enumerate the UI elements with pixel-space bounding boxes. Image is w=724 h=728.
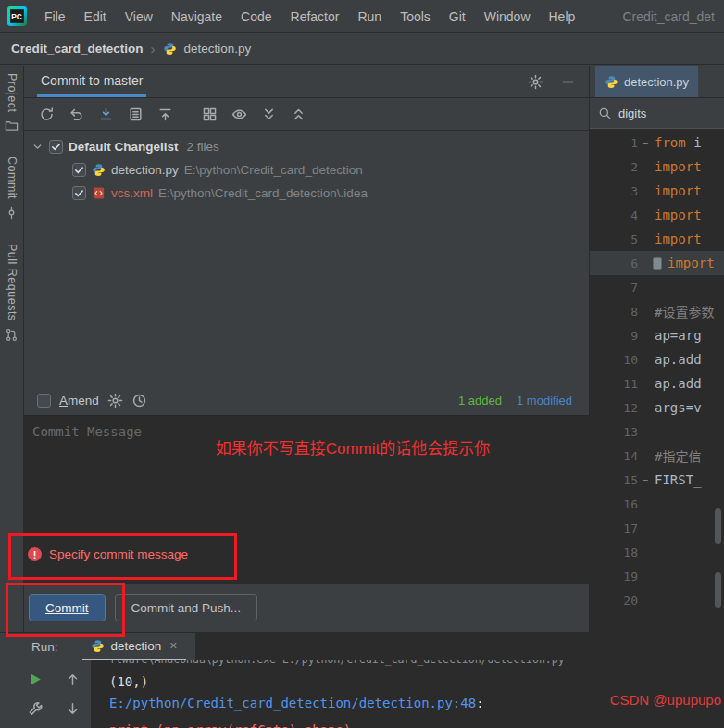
changelist-row[interactable]: Default Changelist 2 files [24, 135, 589, 158]
pull-requests-icon [5, 328, 19, 342]
stripe-commit-label: Commit [6, 157, 19, 199]
wrench-settings-icon[interactable] [28, 701, 44, 717]
stripe-item-pull-requests[interactable]: Pull Requests [5, 244, 19, 342]
rollback-icon[interactable] [69, 107, 84, 122]
line-number: 8 [590, 305, 638, 319]
code-fragment: i [686, 135, 702, 150]
menu-file[interactable]: File [35, 9, 75, 24]
breadcrumb-file[interactable]: detection.py [184, 42, 252, 56]
code-line: 17 [590, 516, 724, 540]
code-line: 15−FIRST_ [590, 468, 724, 492]
commit-and-push-button[interactable]: Commit and Push... [115, 594, 258, 621]
code-line: 18 [590, 540, 724, 564]
gutter: 11 [590, 377, 653, 391]
unshelve-icon[interactable] [157, 107, 173, 122]
run-tab-detection[interactable]: detection × [82, 633, 186, 660]
pycharm-logo-icon: PC [7, 6, 27, 26]
line-number: 20 [590, 594, 638, 608]
gutter: 20 [590, 594, 653, 608]
search-input[interactable] [618, 107, 702, 120]
expand-all-icon[interactable] [261, 107, 277, 122]
changelist-checkbox[interactable] [49, 140, 63, 154]
editor-tab-label: detection.py [624, 75, 689, 89]
line-number: 3 [590, 184, 638, 198]
project-icon [5, 119, 19, 132]
code-line: 8#设置参数 [590, 299, 724, 323]
code-line: 16 [590, 492, 724, 516]
python-file-icon [91, 639, 105, 653]
python-file-icon [92, 163, 106, 177]
up-stack-trace-icon[interactable] [65, 672, 81, 687]
line-number: 14 [590, 449, 638, 463]
console-background [195, 633, 724, 660]
code-text: FIRST_ [653, 472, 702, 487]
group-by-icon[interactable] [202, 107, 218, 122]
stripe-item-commit[interactable]: Commit [5, 157, 19, 220]
menu-refactor[interactable]: Refactor [281, 9, 349, 24]
gutter: 12 [590, 401, 653, 415]
editor-code[interactable]: 1−from i2import3import4import5import6imp… [590, 129, 724, 632]
chevron-down-icon[interactable] [31, 141, 44, 153]
file-row-vcs[interactable]: vcs.xml E:\python\Credit_card_detection\… [24, 182, 589, 205]
code-text: import [653, 207, 702, 222]
file-row-detection[interactable]: detection.py E:\python\Credit_card_detec… [24, 158, 589, 182]
file-checkbox[interactable] [72, 186, 86, 200]
file-checkbox[interactable] [72, 163, 86, 177]
menu-view[interactable]: View [116, 9, 162, 24]
gutter: 15− [590, 473, 653, 487]
menu-tools[interactable]: Tools [391, 9, 440, 24]
editor-tab-bar: detection.py [590, 66, 724, 98]
breadcrumb-project[interactable]: Credit_card_detection [11, 42, 144, 56]
code-line: 3import [590, 179, 724, 203]
menu-navigate[interactable]: Navigate [162, 9, 231, 24]
editor-scrollbar[interactable] [715, 572, 721, 608]
menu-window[interactable]: Window [475, 9, 540, 24]
modified-count: 1 modified [517, 394, 572, 408]
file-name: detection.py [111, 163, 179, 177]
tab-commit-to-master[interactable]: Commit to master [37, 66, 146, 97]
rerun-play-icon[interactable] [28, 672, 44, 687]
down-stack-trace-icon[interactable] [65, 701, 81, 717]
gutter: 7 [590, 281, 653, 295]
changes-tree: Default Changelist 2 files detection.py … [24, 131, 589, 205]
line-number: 16 [590, 497, 638, 511]
line-number: 18 [590, 546, 638, 559]
code-line: 1−from i [590, 131, 724, 155]
console-stderr-line: print (np.array(refCnts).shape) [109, 722, 351, 728]
run-console[interactable]: ftware\Anaconda\python.exe E:/python/Cre… [91, 660, 724, 728]
keyword: import [655, 207, 702, 222]
gear-icon[interactable] [528, 74, 543, 90]
menu-help[interactable]: Help [540, 9, 585, 24]
console-command-line: ftware\Anaconda\python.exe E:/python/Cre… [109, 660, 724, 666]
menu-run[interactable]: Run [348, 9, 391, 24]
xml-file-icon [92, 186, 106, 200]
collapse-all-icon[interactable] [291, 107, 306, 122]
show-diff-icon[interactable] [128, 107, 144, 122]
run-header: Run: detection × [0, 633, 724, 660]
refresh-icon[interactable] [39, 107, 55, 122]
commit-button[interactable]: Commit [29, 594, 106, 621]
line-number: 13 [590, 425, 638, 439]
menu-edit[interactable]: Edit [75, 9, 116, 24]
amend-checkbox[interactable] [37, 394, 51, 408]
commit-options-gear-icon[interactable] [107, 393, 123, 408]
console-file-link[interactable]: E:/python/Credit_card_detection/detectio… [109, 696, 476, 710]
editor-tab-detection-py[interactable]: detection.py [595, 66, 698, 97]
shelve-icon[interactable] [98, 107, 114, 122]
history-clock-icon[interactable] [131, 393, 147, 408]
preview-diff-icon[interactable] [231, 107, 247, 122]
gutter: 5 [590, 232, 653, 246]
window-title: Credit_card_det [622, 9, 715, 24]
tool-window-stripe: Project Commit Pull Requests [0, 66, 24, 632]
code-fragment: #指定信 [655, 449, 701, 464]
keyword: import [655, 159, 702, 174]
hide-tool-window-icon[interactable] [560, 74, 576, 90]
close-icon[interactable]: × [169, 638, 177, 653]
stripe-item-project[interactable]: Project [5, 73, 19, 132]
menu-code[interactable]: Code [231, 9, 281, 24]
amend-label[interactable]: Amend [59, 394, 99, 408]
svg-text:PC: PC [11, 12, 22, 21]
red-annotation-text: 如果你不写直接Commit的话他会提示你 [117, 435, 589, 458]
line-number: 4 [590, 208, 638, 222]
menu-git[interactable]: Git [440, 9, 475, 24]
